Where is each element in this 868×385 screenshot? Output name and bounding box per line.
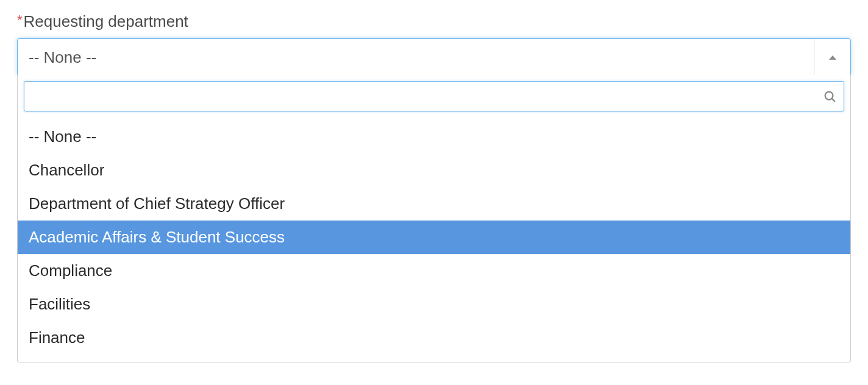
- field-label-text: Requesting department: [24, 12, 188, 30]
- selected-value-text: -- None --: [29, 48, 96, 67]
- field-label: *Requesting department: [17, 12, 851, 31]
- department-options-list[interactable]: -- None -- Chancellor Department of Chie…: [18, 118, 850, 362]
- dropdown-search-wrap: [18, 75, 850, 118]
- option-item[interactable]: Facilities: [18, 288, 850, 321]
- option-item[interactable]: Finance: [18, 321, 850, 355]
- option-item[interactable]: -- None --: [18, 120, 850, 154]
- option-item[interactable]: Chancellor: [18, 154, 850, 187]
- search-icon: [823, 90, 836, 103]
- svg-line-1: [832, 99, 835, 102]
- option-item[interactable]: Compliance: [18, 254, 850, 288]
- option-item[interactable]: Academic Affairs & Student Success: [18, 221, 850, 254]
- chevron-up-icon: [829, 55, 836, 60]
- option-item[interactable]: Department of Chief Strategy Officer: [18, 187, 850, 221]
- dropdown-search-input[interactable]: [32, 82, 818, 111]
- department-select-trigger[interactable]: -- None --: [17, 38, 851, 76]
- department-select-combo: -- None -- -- None -- Chancellor Departm…: [17, 38, 851, 362]
- required-asterisk: *: [17, 12, 23, 27]
- department-dropdown-panel: -- None -- Chancellor Department of Chie…: [17, 75, 851, 362]
- dropdown-search-inner: [24, 81, 844, 111]
- select-arrow-button[interactable]: [814, 39, 850, 76]
